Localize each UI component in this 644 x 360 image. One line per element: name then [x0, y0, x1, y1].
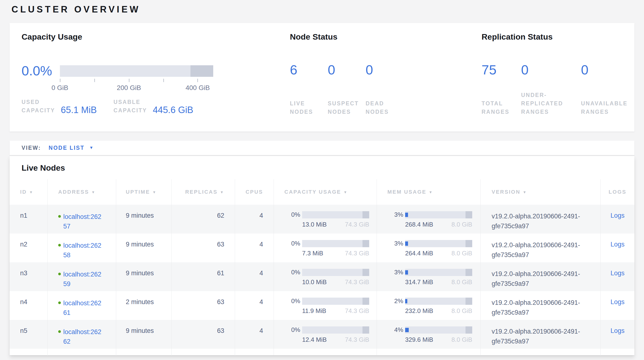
- capacity-reserved-segment: [362, 240, 369, 247]
- node-logs-cell: Logs: [600, 291, 634, 320]
- node-uptime-cell: 9 minutes: [116, 320, 171, 349]
- table-row: n4localhost:262612 minutes6340%11.9 MiB7…: [10, 291, 634, 320]
- memory-usage-bar: [405, 326, 472, 334]
- unavailable-ranges-label: UNAVAILABLE RANGES: [581, 99, 637, 116]
- suspect-nodes-value: 0: [328, 63, 366, 77]
- capacity-bar-line: 0%: [289, 240, 376, 247]
- node-status-stats: 6 LIVE NODES 0 SUSPECT NODES 0 DEAD NODE…: [290, 63, 409, 116]
- empty-cell: [116, 349, 171, 356]
- column-header-memory[interactable]: MEM USAGE▼: [376, 179, 480, 205]
- sort-desc-icon: ▼: [152, 190, 157, 194]
- node-address-link[interactable]: localhost:26261: [63, 298, 104, 320]
- memory-total-value: 8.0 GiB: [452, 307, 472, 315]
- column-header-label: VERSION: [492, 189, 520, 195]
- memory-reserved-segment: [466, 211, 472, 218]
- memory-used-segment: [405, 241, 408, 246]
- capacity-usage-bar: [302, 240, 369, 247]
- capacity-percent: 0%: [289, 326, 300, 334]
- column-header-label: LOGS: [608, 189, 626, 195]
- logs-link[interactable]: Logs: [610, 270, 624, 277]
- capacity-percent: 0%: [289, 297, 300, 305]
- column-header-uptime[interactable]: UPTIME▼: [116, 179, 171, 205]
- memory-usage-cell: 4%329.6 MiB8.0 GiB: [376, 320, 480, 349]
- node-address-link[interactable]: localhost:26262: [63, 327, 104, 349]
- memory-values: 232.0 MiB8.0 GiB: [405, 307, 472, 315]
- capacity-usage-bar: [302, 269, 369, 276]
- column-header-label: ID: [20, 189, 27, 195]
- node-logs-cell: Logs: [600, 262, 634, 291]
- memory-reserved-segment: [466, 326, 472, 334]
- column-header-capacity[interactable]: CAPACITY USAGE▼: [274, 179, 376, 205]
- cluster-summary-card: Capacity Usage 0.0% 0 GiB 200 GiB 400 Gi…: [10, 23, 634, 131]
- memory-total-value: 8.0 GiB: [452, 336, 472, 343]
- memory-usage-bar: [405, 269, 472, 276]
- sort-desc-icon: ▼: [220, 190, 224, 194]
- memory-percent: 3%: [392, 269, 403, 276]
- node-logs-cell: Logs: [600, 320, 634, 349]
- column-header-label: CPUS: [246, 189, 263, 195]
- column-header-replicas[interactable]: REPLICAS▼: [171, 179, 235, 205]
- column-header-cpus: CPUS: [235, 179, 274, 205]
- capacity-values: 7.3 MiB74.3 GiB: [302, 250, 369, 257]
- dead-nodes-label: DEAD NODES: [366, 99, 409, 116]
- node-id-cell: n1: [10, 205, 48, 234]
- node-address-cell: localhost:26258: [48, 234, 116, 262]
- empty-cell: [600, 349, 634, 356]
- used-capacity-label: USED CAPACITY: [22, 98, 55, 115]
- node-id: n3: [20, 270, 27, 277]
- node-id-cell: n2: [10, 234, 48, 262]
- node-replicas-cell: 63: [171, 234, 235, 262]
- capacity-usage-cell: 0%7.3 MiB74.3 GiB: [274, 234, 376, 262]
- capacity-used-value: 7.3 MiB: [302, 250, 323, 257]
- live-nodes-value: 6: [290, 63, 328, 77]
- live-status-icon: [58, 330, 61, 333]
- node-address-link[interactable]: localhost:26258: [63, 241, 104, 262]
- capacity-reserved-segment: [190, 65, 213, 77]
- node-id-cell: n4: [10, 291, 48, 320]
- view-label: VIEW:: [22, 145, 41, 151]
- axis-tick: [129, 79, 130, 82]
- memory-values: 329.6 MiB8.0 GiB: [405, 336, 472, 343]
- capacity-usage-bar: [60, 65, 213, 77]
- live-status-icon: [58, 273, 61, 275]
- logs-link[interactable]: Logs: [610, 241, 624, 248]
- memory-usage-cell: 3%264.4 MiB8.0 GiB: [376, 234, 480, 262]
- memory-used-segment: [405, 270, 408, 275]
- memory-usage-bar: [405, 211, 472, 218]
- memory-used-value: 232.0 MiB: [405, 307, 433, 315]
- column-header-version[interactable]: VERSION▼: [480, 179, 600, 205]
- capacity-bar-line: 0%: [289, 211, 376, 218]
- node-version-cell: v19.2.0-alpha.20190606-2491-gfe735c9a97: [480, 205, 600, 234]
- capacity-usage-cell: 0%11.9 MiB74.3 GiB: [274, 291, 376, 320]
- memory-used-value: 314.7 MiB: [405, 278, 433, 286]
- capacity-reserved-segment: [362, 298, 369, 305]
- node-address-link[interactable]: localhost:26257: [63, 212, 104, 234]
- node-status-section: Node Status 6 LIVE NODES 0 SUSPECT NODES…: [290, 23, 474, 131]
- page-title: CLUSTER OVERVIEW: [12, 4, 140, 15]
- sort-desc-icon: ▼: [29, 190, 34, 194]
- under-replicated-stat: 0 UNDER- REPLICATED RANGES: [521, 63, 581, 116]
- node-id: n1: [20, 212, 27, 219]
- under-replicated-label: UNDER- REPLICATED RANGES: [521, 91, 581, 116]
- column-header-id[interactable]: ID▼: [10, 179, 48, 205]
- live-status-icon: [58, 301, 61, 304]
- memory-reserved-segment: [466, 298, 472, 305]
- logs-link[interactable]: Logs: [610, 298, 624, 305]
- capacity-usage-cell: 0%13.0 MiB74.3 GiB: [274, 205, 376, 234]
- replication-status-title: Replication Status: [482, 32, 553, 42]
- table-row: n1localhost:262579 minutes6240%13.0 MiB7…: [10, 205, 634, 234]
- column-header-address[interactable]: ADDRESS▼: [48, 179, 116, 205]
- capacity-reserved-segment: [362, 326, 369, 334]
- capacity-values: 10.0 MiB74.3 GiB: [302, 278, 369, 286]
- logs-link[interactable]: Logs: [610, 327, 624, 334]
- suspect-nodes-stat: 0 SUSPECT NODES: [328, 63, 366, 116]
- dead-nodes-stat: 0 DEAD NODES: [366, 63, 409, 116]
- logs-link[interactable]: Logs: [610, 212, 624, 219]
- node-address-link[interactable]: localhost:26259: [63, 270, 104, 291]
- node-version-cell: v19.2.0-alpha.20190606-2491-gfe735c9a97: [480, 291, 600, 320]
- view-dropdown[interactable]: NODE LIST ▼: [49, 145, 94, 151]
- memory-usage-bar: [405, 240, 472, 247]
- memory-usage-cell: 3%268.4 MiB8.0 GiB: [376, 205, 480, 234]
- node-address-cell: localhost:26261: [48, 291, 116, 320]
- node-id: n2: [20, 241, 27, 248]
